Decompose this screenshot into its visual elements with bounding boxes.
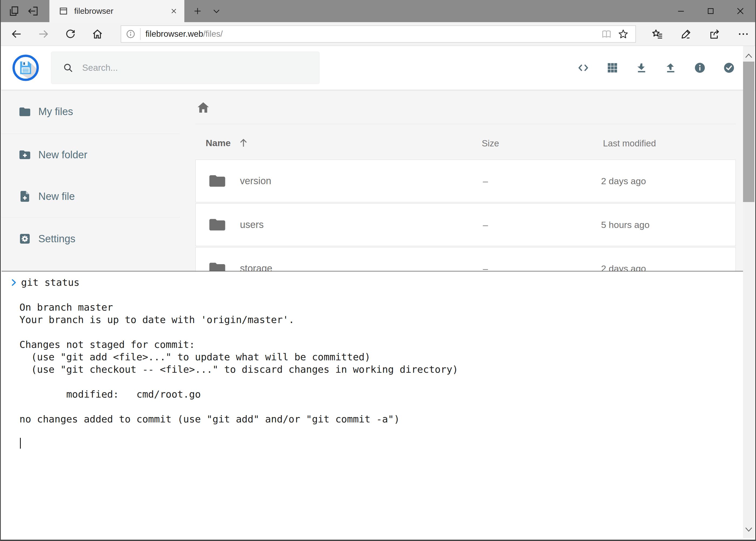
breadcrumb-home-icon <box>196 101 210 115</box>
sidebar-item-label: Settings <box>38 233 75 245</box>
terminal-command: git status <box>21 276 80 289</box>
folder-icon <box>209 217 226 232</box>
address-bar: filebrowser.web/files/ <box>1 22 755 46</box>
sidebar-item-label: My files <box>38 106 73 118</box>
sidebar-item-new-file[interactable]: New file <box>2 176 180 217</box>
titlebar: filebrowser <box>1 0 755 22</box>
sidebar-item-new-folder[interactable]: New folder <box>2 134 180 176</box>
grid-view-icon <box>606 62 619 74</box>
file-row-users[interactable]: users – 5 hours ago <box>195 204 736 246</box>
add-favorite-button[interactable] <box>615 26 631 42</box>
download-button[interactable] <box>635 61 648 75</box>
grid-view-button[interactable] <box>606 61 619 75</box>
settings-gear-icon <box>18 232 31 245</box>
site-info-icon[interactable] <box>126 29 136 39</box>
download-icon <box>635 62 648 74</box>
tab-preview-button[interactable] <box>5 0 24 22</box>
star-icon <box>618 28 629 40</box>
url-field[interactable]: filebrowser.web/files/ <box>121 25 636 43</box>
plus-icon <box>193 6 202 16</box>
search-icon <box>63 62 74 74</box>
set-tabs-aside-button[interactable] <box>24 0 42 22</box>
scrollbar-down-button[interactable] <box>743 524 754 536</box>
close-icon <box>736 6 745 16</box>
sidebar-item-settings[interactable]: Settings <box>2 218 180 260</box>
back-icon <box>11 28 22 40</box>
column-header-size[interactable]: Size <box>482 138 499 149</box>
hub-favorites-button[interactable] <box>650 26 664 42</box>
terminal-panel[interactable]: git status On branch master Your branch … <box>2 271 745 538</box>
content-divider <box>195 124 736 124</box>
floppy-disk-logo-icon <box>12 54 39 81</box>
window-controls <box>666 0 755 22</box>
app-header <box>1 46 755 90</box>
sidebar-item-my-files[interactable]: My files <box>2 90 180 134</box>
close-button[interactable] <box>725 0 755 22</box>
favorites-list-icon <box>651 28 664 40</box>
share-icon <box>708 28 721 40</box>
file-size: – <box>483 176 488 186</box>
scrollbar-thumb[interactable] <box>743 62 754 202</box>
create-new-folder-icon <box>18 148 31 161</box>
tab-preview-icon <box>8 5 20 17</box>
app-logo[interactable] <box>12 54 39 81</box>
file-modified: 5 hours ago <box>601 220 650 230</box>
share-button[interactable] <box>708 26 722 42</box>
page-scrollbar[interactable] <box>743 46 754 538</box>
search-box[interactable] <box>51 52 320 84</box>
page-icon <box>59 6 68 16</box>
file-modified: 2 days ago <box>601 176 646 186</box>
set-tabs-aside-icon <box>27 5 39 17</box>
browser-tab[interactable]: filebrowser <box>49 0 184 22</box>
back-button[interactable] <box>11 26 22 42</box>
tab-close-icon[interactable] <box>170 8 177 15</box>
maximize-button[interactable] <box>696 0 725 22</box>
code-icon <box>577 61 590 74</box>
refresh-icon <box>65 28 76 40</box>
forward-icon <box>38 28 49 40</box>
tab-list-dropdown[interactable] <box>207 0 226 22</box>
reading-view-icon <box>601 28 612 40</box>
web-notes-button[interactable] <box>679 26 693 42</box>
url-separator <box>140 28 140 40</box>
pen-icon <box>680 28 692 40</box>
scroll-down-icon <box>744 526 753 533</box>
file-name: users <box>240 219 264 231</box>
info-button[interactable] <box>694 61 706 75</box>
terminal-output: On branch master Your branch is up to da… <box>2 301 745 425</box>
select-multiple-button[interactable] <box>723 61 735 75</box>
forward-button[interactable] <box>38 26 49 42</box>
folder-icon <box>209 174 226 189</box>
terminal-prompt-line: git status <box>2 276 745 289</box>
scrollbar-up-button[interactable] <box>743 50 754 62</box>
url-path: /files/ <box>203 29 223 39</box>
url-host: filebrowser.web <box>145 29 203 39</box>
search-input[interactable] <box>82 63 311 73</box>
home-button[interactable] <box>92 26 104 42</box>
browser-window: filebrowser <box>0 0 756 541</box>
maximize-icon <box>706 7 715 15</box>
column-header-name[interactable]: Name <box>206 137 249 149</box>
tab-title: filebrowser <box>74 6 170 16</box>
file-row-version[interactable]: version – 2 days ago <box>195 160 736 202</box>
sort-ascending-icon <box>238 137 249 149</box>
url-text: filebrowser.web/files/ <box>145 29 598 39</box>
more-menu-button[interactable] <box>736 26 750 42</box>
upload-button[interactable] <box>664 61 677 75</box>
reading-view-button[interactable] <box>598 26 615 42</box>
home-icon <box>92 28 104 40</box>
minimize-icon <box>677 7 685 15</box>
minimize-button[interactable] <box>666 0 696 22</box>
terminal-cursor <box>20 438 21 449</box>
scroll-up-icon <box>744 52 753 59</box>
info-icon <box>694 61 706 74</box>
raw-code-view-button[interactable] <box>577 61 590 75</box>
chevron-down-icon <box>212 6 221 16</box>
sidebar-item-label: New folder <box>38 149 88 161</box>
file-size: – <box>483 220 488 230</box>
column-header-modified[interactable]: Last modified <box>603 138 656 149</box>
breadcrumb-home-button[interactable] <box>196 101 210 115</box>
refresh-button[interactable] <box>65 26 76 42</box>
ellipsis-icon <box>737 28 750 40</box>
new-tab-button[interactable] <box>188 0 207 22</box>
